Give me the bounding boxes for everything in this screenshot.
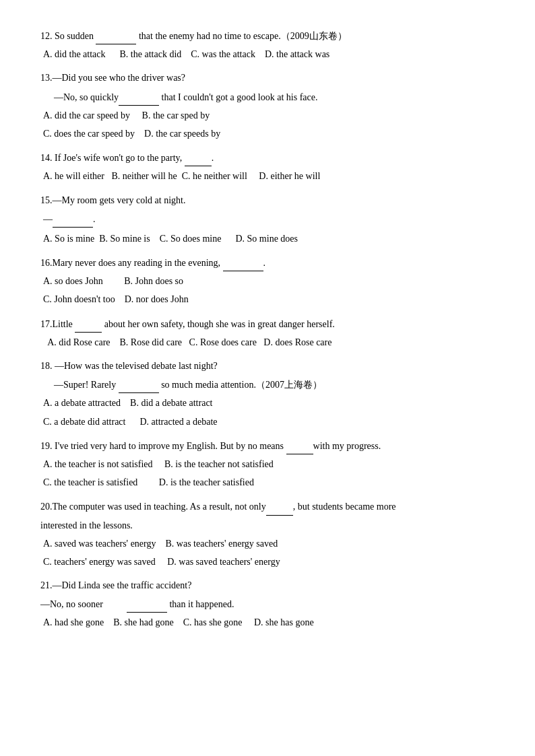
q13-optC: C. does the car speed by D. the car spee… <box>43 129 220 139</box>
q19-optC: C. the teacher is satisfied D. is the te… <box>43 477 254 487</box>
q18-after: so much media attention.（2007上海卷） <box>159 380 322 390</box>
q13-optAB: A. did the car speed by B. the car sped … <box>43 107 495 124</box>
q13-blank <box>119 88 159 106</box>
q20-text: 20.The computer was used in teaching. As… <box>40 497 495 515</box>
q19-optAB: A. the teacher is not satisfied B. is th… <box>43 456 495 473</box>
question-20: 20.The computer was used in teaching. As… <box>40 497 495 570</box>
question-15: 15.—My room gets very cold at night. — .… <box>40 192 495 248</box>
q12-number: 12. So sudden <box>40 31 96 41</box>
q14-options: A. he will either B. neither will he C. … <box>43 168 495 184</box>
q17-opts: A. did Rose care B. Rose did care C. Ros… <box>43 337 332 347</box>
q16-optA: A. so does John B. John does so <box>43 276 183 286</box>
q17-after: about her own safety, though she was in … <box>102 319 334 329</box>
q19-text: 19. I've tried very hard to improve my E… <box>40 437 495 454</box>
question-13: 13.—Did you see who the driver was? —No,… <box>40 69 495 142</box>
q21-after: than it happened. <box>167 599 234 609</box>
q12-options: A. did the attack B. the attack did C. w… <box>43 46 495 63</box>
q18-text: 18. —How was the televised debate last n… <box>40 357 495 374</box>
question-12: 12. So sudden that the enemy had no time… <box>40 27 495 63</box>
q18-blank <box>119 376 159 393</box>
q17-number: 17.Little <box>40 319 75 329</box>
q16-optC: C. John doesn't too D. nor does John <box>43 294 189 304</box>
q13-optA: A. did the car speed by B. the car sped … <box>43 110 210 121</box>
q20-number: 20.The computer was used in teaching. As… <box>40 502 266 512</box>
q16-optCD: C. John doesn't too D. nor does John <box>43 291 495 308</box>
q15-options: A. So is mine B. So mine is C. So does m… <box>43 230 495 247</box>
q19-number: 19. I've tried very hard to improve my E… <box>40 441 286 451</box>
q13-sub: —No, so quickly <box>54 92 119 102</box>
q21-subtext: —No, no sooner than it happened. <box>40 595 495 613</box>
q14-text: 14. If Joe's wife won't go to the party,… <box>40 149 495 166</box>
q20-after: , but students became more <box>293 502 396 512</box>
q15-subtext: — . <box>43 210 495 228</box>
q18-optAB: A. a debate attracted B. did a debate at… <box>43 394 495 411</box>
q13-after: that I couldn't got a good look at his f… <box>159 92 317 102</box>
q13-optCD: C. does the car speed by D. the car spee… <box>43 125 495 142</box>
q20-optA: A. saved was teachers' energy B. was tea… <box>43 539 278 549</box>
q12-blank <box>96 27 136 44</box>
q13-subtext: —No, so quickly that I couldn't got a go… <box>54 88 495 106</box>
q21-number: 21.—Did Linda see the traffic accident? <box>40 580 191 590</box>
q13-number: 13.—Did you see who the driver was? <box>40 73 185 83</box>
question-21: 21.—Did Linda see the traffic accident? … <box>40 577 495 631</box>
q12-after: that the enemy had no time to escape.（20… <box>136 31 346 41</box>
q18-optA: A. a debate attracted B. did a debate at… <box>43 398 213 408</box>
q15-text: 15.—My room gets very cold at night. <box>40 192 495 209</box>
q15-number: 15.—My room gets very cold at night. <box>40 195 185 205</box>
q12-optA: A. did the attack B. the attack did C. w… <box>43 49 329 59</box>
q18-optCD: C. a debate did attract D. attracted a d… <box>43 413 495 430</box>
q14-after: . <box>212 153 214 163</box>
q16-blank <box>223 254 263 271</box>
q20-blank <box>266 497 293 515</box>
q19-optCD: C. the teacher is satisfied D. is the te… <box>43 474 495 491</box>
q16-optAB: A. so does John B. John does so <box>43 273 495 289</box>
q17-blank <box>75 315 102 333</box>
q19-after: with my progress. <box>313 441 381 451</box>
q15-dash: — <box>43 214 53 224</box>
q18-number: 18. —How was the televised debate last n… <box>40 361 218 371</box>
question-14: 14. If Joe's wife won't go to the party,… <box>40 149 495 184</box>
q21-blank <box>127 595 167 613</box>
q15-after: . <box>93 214 96 224</box>
q20-optAB: A. saved was teachers' energy B. was tea… <box>43 535 495 552</box>
q16-number: 16.Mary never does any reading in the ev… <box>40 258 223 268</box>
question-16: 16.Mary never does any reading in the ev… <box>40 254 495 308</box>
question-18: 18. —How was the televised debate last n… <box>40 357 495 430</box>
q20-optCD: C. teachers' energy was saved D. was sav… <box>43 553 495 570</box>
q20-optC: C. teachers' energy was saved D. was sav… <box>43 557 280 567</box>
question-17: 17.Little about her own safety, though s… <box>40 315 495 351</box>
q16-after: . <box>263 258 266 268</box>
q14-number: 14. If Joe's wife won't go to the party, <box>40 153 185 163</box>
q15-opts: A. So is mine B. So mine is C. So does m… <box>43 234 298 244</box>
q20-cont: interested in the lessons. <box>40 520 133 530</box>
q19-optA: A. the teacher is not satisfied B. is th… <box>43 459 274 469</box>
q21-sub: —No, no sooner <box>40 599 127 609</box>
q20-text2: interested in the lessons. <box>40 517 495 534</box>
q14-opts: A. he will either B. neither will he C. … <box>43 171 320 181</box>
q21-text: 21.—Did Linda see the traffic accident? <box>40 577 495 594</box>
q17-text: 17.Little about her own safety, though s… <box>40 315 495 333</box>
q21-options: A. had she gone B. she had gone C. has s… <box>43 614 495 631</box>
q18-optC: C. a debate did attract D. attracted a d… <box>43 417 218 427</box>
q15-blank <box>53 210 93 228</box>
q13-text: 13.—Did you see who the driver was? <box>40 69 495 86</box>
question-19: 19. I've tried very hard to improve my E… <box>40 437 495 491</box>
q17-options: A. did Rose care B. Rose did care C. Ros… <box>43 334 495 351</box>
q19-blank <box>286 437 313 454</box>
q18-subtext: —Super! Rarely so much media attention.（… <box>54 376 495 393</box>
q21-opts: A. had she gone B. she had gone C. has s… <box>43 617 314 627</box>
q14-blank <box>185 149 212 166</box>
q18-sub: —Super! Rarely <box>54 380 119 390</box>
q12-text: 12. So sudden that the enemy had no time… <box>40 27 495 44</box>
q16-text: 16.Mary never does any reading in the ev… <box>40 254 495 271</box>
